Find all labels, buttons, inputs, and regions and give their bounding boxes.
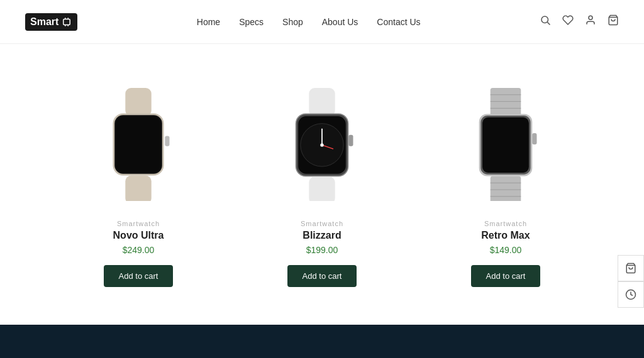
svg-rect-9 — [125, 88, 151, 116]
svg-rect-32 — [482, 117, 529, 173]
svg-rect-25 — [491, 88, 521, 117]
product-card-2: Smartwatch Blizzard $199.00 Add to cart — [234, 82, 410, 287]
floating-buttons — [618, 255, 644, 308]
svg-point-5 — [541, 16, 548, 23]
header: Smart Home Specs Shop About Us Contact U… — [0, 0, 644, 44]
watch-retro-max-svg — [458, 88, 553, 201]
svg-line-6 — [547, 22, 550, 24]
watch-blizzard-svg — [275, 88, 369, 201]
product-image-novo-ultra — [75, 82, 201, 207]
watch-icon — [61, 16, 72, 28]
svg-rect-0 — [64, 19, 70, 24]
svg-rect-14 — [125, 176, 151, 202]
product-price-3: $149.00 — [490, 245, 522, 255]
floating-history-icon — [625, 289, 636, 300]
nav-specs[interactable]: Specs — [239, 17, 264, 27]
wishlist-icon[interactable] — [562, 14, 574, 29]
cart-icon[interactable] — [608, 14, 619, 29]
product-category-2: Smartwatch — [301, 220, 343, 227]
watch-novo-ultra-svg — [91, 88, 186, 201]
add-to-cart-btn-1[interactable]: Add to cart — [104, 265, 174, 287]
products-section: Smartwatch Novo Ultra $249.00 Add to car… — [0, 44, 644, 325]
svg-rect-24 — [309, 176, 335, 201]
svg-point-22 — [320, 143, 323, 146]
product-price-2: $199.00 — [306, 245, 338, 255]
logo-text: Smart — [30, 16, 58, 28]
product-image-retro-max — [443, 82, 569, 207]
svg-rect-13 — [165, 136, 169, 146]
nav-home[interactable]: Home — [197, 17, 220, 27]
svg-rect-12 — [116, 116, 161, 173]
product-image-blizzard — [259, 82, 385, 207]
product-category-1: Smartwatch — [117, 220, 160, 227]
search-icon[interactable] — [540, 14, 551, 29]
nav-shop[interactable]: Shop — [282, 17, 303, 27]
account-icon[interactable] — [585, 14, 596, 29]
product-card-3: Smartwatch Retro Max $149.00 Add to cart — [418, 82, 594, 287]
main-nav: Home Specs Shop About Us Contact Us — [197, 17, 421, 27]
product-name-3: Retro Max — [481, 230, 530, 241]
footer: More Info Proin accumsan est sit amet in… — [0, 325, 644, 358]
nav-about[interactable]: About Us — [322, 17, 358, 27]
product-card-1: Smartwatch Novo Ultra $249.00 Add to car… — [50, 82, 226, 287]
nav-contact[interactable]: Contact Us — [377, 17, 420, 27]
product-price-1: $249.00 — [123, 245, 155, 255]
svg-rect-33 — [532, 133, 536, 144]
header-icons — [540, 14, 619, 29]
logo[interactable]: Smart — [25, 13, 77, 31]
product-name-1: Novo Ultra — [113, 230, 164, 241]
add-to-cart-btn-3[interactable]: Add to cart — [471, 265, 541, 287]
floating-cart-btn[interactable] — [618, 255, 644, 281]
product-category-3: Smartwatch — [484, 220, 527, 227]
svg-rect-15 — [309, 88, 335, 116]
floating-cart-icon — [625, 263, 636, 274]
floating-history-btn[interactable] — [618, 281, 644, 308]
logo-box: Smart — [25, 13, 77, 31]
product-name-2: Blizzard — [303, 230, 341, 241]
svg-rect-34 — [491, 176, 521, 201]
svg-rect-23 — [348, 135, 353, 146]
add-to-cart-btn-2[interactable]: Add to cart — [287, 265, 357, 287]
svg-point-7 — [589, 16, 592, 19]
